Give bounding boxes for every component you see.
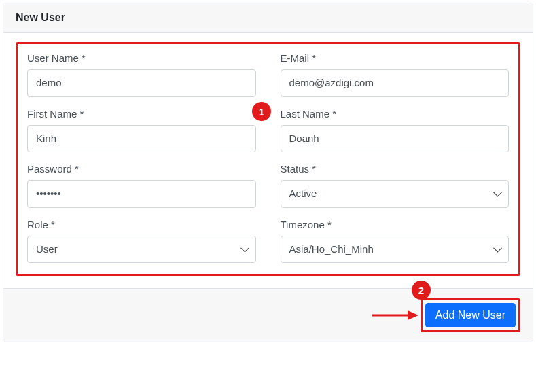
field-password: Password *: [27, 163, 256, 208]
timezone-select[interactable]: Asia/Ho_Chi_Minh: [281, 236, 510, 264]
field-username: User Name *: [27, 52, 256, 97]
username-input[interactable]: [27, 69, 256, 97]
form-row: Role * User Timezone * Asia/Ho_Chi_Minh: [27, 219, 509, 264]
status-select[interactable]: Active: [281, 180, 510, 208]
lastname-input[interactable]: [281, 125, 510, 153]
new-user-card: New User 1 User Name * E-Mail * First Na…: [3, 3, 533, 342]
svg-marker-1: [408, 310, 418, 320]
field-lastname: Last Name *: [281, 108, 510, 153]
firstname-input[interactable]: [27, 125, 256, 153]
annotation-badge-1: 1: [252, 102, 271, 121]
form-row: User Name * E-Mail *: [27, 52, 509, 97]
card-footer: 2 Add New User: [3, 288, 533, 342]
password-label: Password *: [27, 163, 256, 175]
role-label: Role *: [27, 219, 256, 230]
status-select-wrap: Active: [281, 180, 510, 208]
timezone-label: Timezone *: [281, 219, 510, 230]
lastname-label: Last Name *: [281, 108, 510, 120]
page-title: New User: [16, 12, 65, 23]
email-input[interactable]: [281, 69, 510, 97]
email-label: E-Mail *: [281, 52, 510, 64]
role-select[interactable]: User: [27, 236, 256, 264]
field-role: Role * User: [27, 219, 256, 264]
annotation-badge-2: 2: [412, 281, 431, 300]
field-timezone: Timezone * Asia/Ho_Chi_Minh: [281, 219, 510, 264]
role-select-wrap: User: [27, 236, 256, 264]
add-new-user-button[interactable]: Add New User: [425, 303, 516, 327]
submit-annotation-box: Add New User: [421, 298, 520, 332]
form-row: Password * Status * Active: [27, 163, 509, 208]
field-email: E-Mail *: [281, 52, 510, 97]
field-status: Status * Active: [281, 163, 510, 208]
arrow-icon: [371, 308, 418, 322]
firstname-label: First Name *: [27, 108, 256, 120]
timezone-select-wrap: Asia/Ho_Chi_Minh: [281, 236, 510, 264]
status-label: Status *: [281, 163, 510, 175]
password-input[interactable]: [27, 180, 256, 208]
field-firstname: First Name *: [27, 108, 256, 153]
card-body: 1 User Name * E-Mail * First Name *: [3, 33, 533, 288]
username-label: User Name *: [27, 52, 256, 64]
form-annotation-box: User Name * E-Mail * First Name * Last N…: [16, 42, 520, 276]
card-header: New User: [3, 3, 533, 33]
